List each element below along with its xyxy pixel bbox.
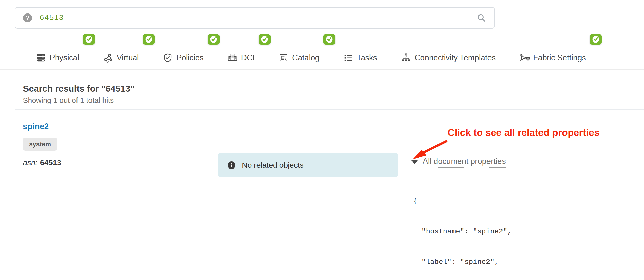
nav-item-dci[interactable]: DCI xyxy=(228,50,255,66)
status-check-badge xyxy=(208,34,220,45)
type-badge: system xyxy=(23,138,57,151)
nav-item-fabric-settings[interactable]: Fabric Settings xyxy=(520,50,586,66)
json-line: "label": "spine2", xyxy=(413,257,559,267)
nav-item-connectivity-templates[interactable]: Connectivity Templates xyxy=(401,50,496,66)
result-link-spine2[interactable]: spine2 xyxy=(23,122,49,131)
nav-label: Catalog xyxy=(292,53,319,62)
info-message: No related objects xyxy=(242,161,304,170)
status-check-badge xyxy=(259,34,271,45)
page-title: Search results for "64513" xyxy=(23,83,135,94)
svg-text:?: ? xyxy=(26,14,30,21)
info-icon xyxy=(227,161,236,170)
search-icon[interactable] xyxy=(476,12,487,23)
results-header: Search results for "64513" Showing 1 out… xyxy=(23,83,135,105)
fabric-gear-icon xyxy=(520,53,529,63)
nav-label: Virtual xyxy=(117,53,139,62)
results-divider xyxy=(15,109,644,110)
task-list-icon xyxy=(343,53,353,63)
search-input[interactable] xyxy=(39,13,471,22)
status-check-badge xyxy=(83,34,95,45)
annotation-text: Click to see all related properties xyxy=(448,127,600,138)
shield-check-icon xyxy=(163,53,173,63)
caret-down-icon xyxy=(411,160,418,164)
json-line: { xyxy=(413,196,559,206)
catalog-box-icon xyxy=(279,53,288,63)
results-count: Showing 1 out of 1 total hits xyxy=(23,96,135,105)
nav-item-policies[interactable]: Policies xyxy=(163,50,204,66)
help-icon[interactable]: ? xyxy=(23,13,32,23)
nav-label: Tasks xyxy=(357,53,377,62)
nav-label: DCI xyxy=(241,53,255,62)
field-value: 64513 xyxy=(40,158,61,167)
nav-item-catalog[interactable]: Catalog xyxy=(279,50,319,66)
nav-label: Policies xyxy=(176,53,204,62)
status-check-badge xyxy=(590,34,602,45)
document-properties-json: { "hostname": "spine2", "label": "spine2… xyxy=(413,176,559,280)
asn-field: asn:64513 xyxy=(23,158,61,167)
all-document-properties-toggle[interactable]: All document properties xyxy=(411,157,506,168)
json-line: "hostname": "spine2", xyxy=(413,227,559,237)
nav-label: Physical xyxy=(50,53,79,62)
status-check-badge xyxy=(323,34,335,45)
result-item: spine2 system asn:64513 xyxy=(23,122,61,167)
nav-label: Connectivity Templates xyxy=(415,53,496,62)
nav-label: Fabric Settings xyxy=(533,53,586,62)
server-stack-icon xyxy=(36,53,46,63)
status-check-badge xyxy=(143,34,155,45)
hierarchy-tree-icon xyxy=(401,53,411,63)
no-related-objects-box: No related objects xyxy=(218,153,398,177)
virtual-network-icon xyxy=(103,53,113,63)
main-nav: Physical Virtual xyxy=(36,50,586,66)
doc-properties-link: All document properties xyxy=(423,157,506,168)
nav-item-virtual[interactable]: Virtual xyxy=(103,50,139,66)
search-bar: ? xyxy=(15,7,495,29)
nav-item-tasks[interactable]: Tasks xyxy=(343,50,377,66)
nav-item-physical[interactable]: Physical xyxy=(36,50,79,66)
field-label: asn: xyxy=(23,158,37,167)
nav-divider xyxy=(0,69,644,70)
datacenter-buildings-icon xyxy=(228,53,237,63)
